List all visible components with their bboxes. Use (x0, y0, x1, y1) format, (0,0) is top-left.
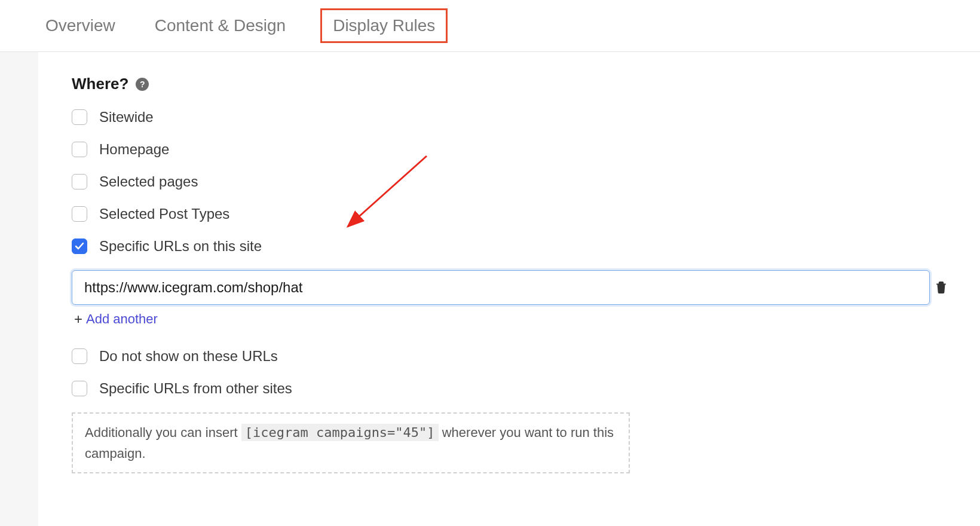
tab-display-rules[interactable]: Display Rules (320, 8, 448, 43)
checkbox-sitewide[interactable] (72, 109, 87, 125)
checkbox-selected-post-types[interactable] (72, 206, 87, 222)
label-selected-post-types: Selected Post Types (99, 206, 229, 222)
checkbox-selected-pages[interactable] (72, 174, 87, 189)
display-rules-panel: Where? ? Sitewide Homepage Selected page… (38, 52, 980, 526)
add-another-link[interactable]: Add another (86, 311, 158, 327)
label-other-sites-urls: Specific URLs from other sites (99, 380, 292, 397)
shortcode-hint: Additionally you can insert [icegram cam… (72, 412, 630, 473)
url-input[interactable] (72, 270, 930, 305)
checkbox-do-not-show[interactable] (72, 348, 87, 364)
checkbox-specific-urls[interactable] (72, 238, 87, 254)
tab-overview[interactable]: Overview (41, 14, 120, 38)
tab-content-design[interactable]: Content & Design (150, 14, 290, 38)
label-homepage: Homepage (99, 141, 169, 158)
label-do-not-show: Do not show on these URLs (99, 348, 278, 365)
trash-icon[interactable] (936, 281, 947, 294)
help-icon[interactable]: ? (136, 78, 149, 91)
hint-prefix: Additionally you can insert (85, 425, 241, 440)
section-title-where: Where? (72, 75, 128, 93)
checkbox-other-sites-urls[interactable] (72, 381, 87, 396)
tab-bar: Overview Content & Design Display Rules (0, 0, 980, 52)
checkbox-homepage[interactable] (72, 142, 87, 157)
shortcode-code: [icegram campaigns="45"] (241, 424, 439, 441)
label-selected-pages: Selected pages (99, 173, 198, 190)
label-specific-urls: Specific URLs on this site (99, 238, 262, 255)
label-sitewide: Sitewide (99, 109, 154, 126)
left-gutter (0, 52, 38, 526)
plus-icon: + (74, 311, 82, 328)
